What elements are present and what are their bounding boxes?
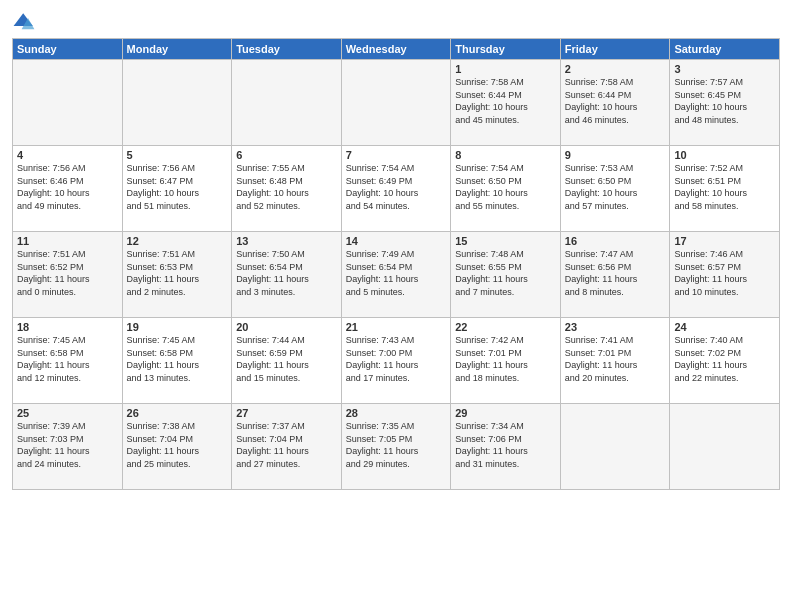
day-info: Sunrise: 7:44 AM Sunset: 6:59 PM Dayligh… [236, 334, 337, 384]
calendar-cell: 8Sunrise: 7:54 AM Sunset: 6:50 PM Daylig… [451, 146, 561, 232]
day-number: 16 [565, 235, 666, 247]
day-header-saturday: Saturday [670, 39, 780, 60]
day-number: 12 [127, 235, 228, 247]
day-number: 19 [127, 321, 228, 333]
day-number: 2 [565, 63, 666, 75]
calendar-cell: 21Sunrise: 7:43 AM Sunset: 7:00 PM Dayli… [341, 318, 451, 404]
calendar-cell: 4Sunrise: 7:56 AM Sunset: 6:46 PM Daylig… [13, 146, 123, 232]
day-number: 1 [455, 63, 556, 75]
day-info: Sunrise: 7:34 AM Sunset: 7:06 PM Dayligh… [455, 420, 556, 470]
calendar-cell: 13Sunrise: 7:50 AM Sunset: 6:54 PM Dayli… [232, 232, 342, 318]
calendar-week-4: 18Sunrise: 7:45 AM Sunset: 6:58 PM Dayli… [13, 318, 780, 404]
day-number: 14 [346, 235, 447, 247]
day-info: Sunrise: 7:41 AM Sunset: 7:01 PM Dayligh… [565, 334, 666, 384]
calendar-cell [232, 60, 342, 146]
day-header-friday: Friday [560, 39, 670, 60]
page-container: SundayMondayTuesdayWednesdayThursdayFrid… [0, 0, 792, 496]
day-info: Sunrise: 7:55 AM Sunset: 6:48 PM Dayligh… [236, 162, 337, 212]
calendar-cell: 10Sunrise: 7:52 AM Sunset: 6:51 PM Dayli… [670, 146, 780, 232]
day-number: 24 [674, 321, 775, 333]
day-number: 15 [455, 235, 556, 247]
calendar-cell: 22Sunrise: 7:42 AM Sunset: 7:01 PM Dayli… [451, 318, 561, 404]
day-info: Sunrise: 7:46 AM Sunset: 6:57 PM Dayligh… [674, 248, 775, 298]
calendar-cell: 2Sunrise: 7:58 AM Sunset: 6:44 PM Daylig… [560, 60, 670, 146]
day-number: 8 [455, 149, 556, 161]
day-info: Sunrise: 7:51 AM Sunset: 6:53 PM Dayligh… [127, 248, 228, 298]
calendar-cell: 18Sunrise: 7:45 AM Sunset: 6:58 PM Dayli… [13, 318, 123, 404]
calendar-header-row: SundayMondayTuesdayWednesdayThursdayFrid… [13, 39, 780, 60]
calendar-cell [670, 404, 780, 490]
day-number: 5 [127, 149, 228, 161]
day-number: 4 [17, 149, 118, 161]
day-info: Sunrise: 7:58 AM Sunset: 6:44 PM Dayligh… [455, 76, 556, 126]
day-number: 20 [236, 321, 337, 333]
day-info: Sunrise: 7:48 AM Sunset: 6:55 PM Dayligh… [455, 248, 556, 298]
day-header-sunday: Sunday [13, 39, 123, 60]
day-info: Sunrise: 7:53 AM Sunset: 6:50 PM Dayligh… [565, 162, 666, 212]
calendar-cell: 26Sunrise: 7:38 AM Sunset: 7:04 PM Dayli… [122, 404, 232, 490]
day-info: Sunrise: 7:54 AM Sunset: 6:50 PM Dayligh… [455, 162, 556, 212]
day-info: Sunrise: 7:52 AM Sunset: 6:51 PM Dayligh… [674, 162, 775, 212]
calendar-cell: 1Sunrise: 7:58 AM Sunset: 6:44 PM Daylig… [451, 60, 561, 146]
day-info: Sunrise: 7:37 AM Sunset: 7:04 PM Dayligh… [236, 420, 337, 470]
day-info: Sunrise: 7:40 AM Sunset: 7:02 PM Dayligh… [674, 334, 775, 384]
calendar-cell: 11Sunrise: 7:51 AM Sunset: 6:52 PM Dayli… [13, 232, 123, 318]
day-info: Sunrise: 7:42 AM Sunset: 7:01 PM Dayligh… [455, 334, 556, 384]
day-number: 13 [236, 235, 337, 247]
calendar-cell: 5Sunrise: 7:56 AM Sunset: 6:47 PM Daylig… [122, 146, 232, 232]
calendar-cell: 23Sunrise: 7:41 AM Sunset: 7:01 PM Dayli… [560, 318, 670, 404]
calendar-week-2: 4Sunrise: 7:56 AM Sunset: 6:46 PM Daylig… [13, 146, 780, 232]
calendar-week-1: 1Sunrise: 7:58 AM Sunset: 6:44 PM Daylig… [13, 60, 780, 146]
logo-icon [12, 10, 36, 34]
calendar-cell: 29Sunrise: 7:34 AM Sunset: 7:06 PM Dayli… [451, 404, 561, 490]
calendar-cell [560, 404, 670, 490]
day-number: 27 [236, 407, 337, 419]
day-number: 9 [565, 149, 666, 161]
calendar-cell: 14Sunrise: 7:49 AM Sunset: 6:54 PM Dayli… [341, 232, 451, 318]
calendar-cell: 7Sunrise: 7:54 AM Sunset: 6:49 PM Daylig… [341, 146, 451, 232]
calendar-week-5: 25Sunrise: 7:39 AM Sunset: 7:03 PM Dayli… [13, 404, 780, 490]
calendar-cell [13, 60, 123, 146]
calendar-week-3: 11Sunrise: 7:51 AM Sunset: 6:52 PM Dayli… [13, 232, 780, 318]
header [12, 10, 780, 34]
day-number: 11 [17, 235, 118, 247]
day-info: Sunrise: 7:35 AM Sunset: 7:05 PM Dayligh… [346, 420, 447, 470]
day-info: Sunrise: 7:56 AM Sunset: 6:46 PM Dayligh… [17, 162, 118, 212]
logo [12, 10, 38, 34]
day-header-wednesday: Wednesday [341, 39, 451, 60]
calendar-cell: 6Sunrise: 7:55 AM Sunset: 6:48 PM Daylig… [232, 146, 342, 232]
day-number: 6 [236, 149, 337, 161]
day-number: 28 [346, 407, 447, 419]
day-info: Sunrise: 7:54 AM Sunset: 6:49 PM Dayligh… [346, 162, 447, 212]
day-number: 10 [674, 149, 775, 161]
calendar-cell: 20Sunrise: 7:44 AM Sunset: 6:59 PM Dayli… [232, 318, 342, 404]
calendar-cell: 27Sunrise: 7:37 AM Sunset: 7:04 PM Dayli… [232, 404, 342, 490]
day-number: 29 [455, 407, 556, 419]
day-header-monday: Monday [122, 39, 232, 60]
day-number: 26 [127, 407, 228, 419]
calendar-cell [341, 60, 451, 146]
calendar-cell: 17Sunrise: 7:46 AM Sunset: 6:57 PM Dayli… [670, 232, 780, 318]
day-info: Sunrise: 7:51 AM Sunset: 6:52 PM Dayligh… [17, 248, 118, 298]
day-number: 17 [674, 235, 775, 247]
day-info: Sunrise: 7:38 AM Sunset: 7:04 PM Dayligh… [127, 420, 228, 470]
day-info: Sunrise: 7:56 AM Sunset: 6:47 PM Dayligh… [127, 162, 228, 212]
calendar-table: SundayMondayTuesdayWednesdayThursdayFrid… [12, 38, 780, 490]
day-number: 7 [346, 149, 447, 161]
day-info: Sunrise: 7:45 AM Sunset: 6:58 PM Dayligh… [17, 334, 118, 384]
calendar-cell [122, 60, 232, 146]
day-info: Sunrise: 7:39 AM Sunset: 7:03 PM Dayligh… [17, 420, 118, 470]
day-info: Sunrise: 7:47 AM Sunset: 6:56 PM Dayligh… [565, 248, 666, 298]
day-header-tuesday: Tuesday [232, 39, 342, 60]
calendar-cell: 24Sunrise: 7:40 AM Sunset: 7:02 PM Dayli… [670, 318, 780, 404]
calendar-cell: 9Sunrise: 7:53 AM Sunset: 6:50 PM Daylig… [560, 146, 670, 232]
day-number: 21 [346, 321, 447, 333]
calendar-cell: 16Sunrise: 7:47 AM Sunset: 6:56 PM Dayli… [560, 232, 670, 318]
calendar-cell: 15Sunrise: 7:48 AM Sunset: 6:55 PM Dayli… [451, 232, 561, 318]
day-info: Sunrise: 7:49 AM Sunset: 6:54 PM Dayligh… [346, 248, 447, 298]
day-info: Sunrise: 7:50 AM Sunset: 6:54 PM Dayligh… [236, 248, 337, 298]
day-number: 18 [17, 321, 118, 333]
calendar-cell: 19Sunrise: 7:45 AM Sunset: 6:58 PM Dayli… [122, 318, 232, 404]
day-info: Sunrise: 7:57 AM Sunset: 6:45 PM Dayligh… [674, 76, 775, 126]
day-header-thursday: Thursday [451, 39, 561, 60]
